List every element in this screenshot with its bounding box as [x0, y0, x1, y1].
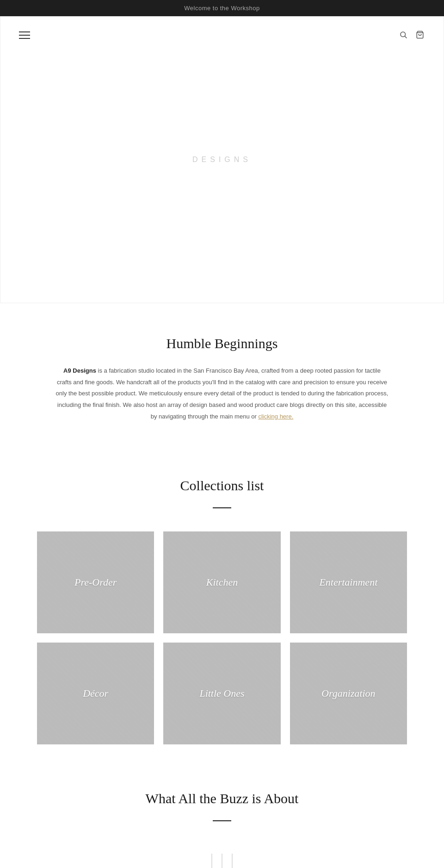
- about-link[interactable]: clicking here.: [258, 413, 293, 420]
- about-body: A9 Designs is a fabrication studio locat…: [56, 365, 388, 422]
- announcement-text: Welcome to the Workshop: [184, 5, 259, 12]
- about-body-text: is a fabrication studio located in the S…: [56, 367, 388, 420]
- announcement-bar: Welcome to the Workshop: [0, 0, 444, 16]
- collection-item-entertainment[interactable]: Entertainment: [290, 531, 407, 633]
- brand-logo: DESIGNS: [192, 156, 252, 164]
- svg-point-0: [401, 32, 406, 37]
- collection-label-kitchen: Kitchen: [206, 576, 238, 588]
- cart-button[interactable]: [416, 31, 425, 40]
- hamburger-line-1: [19, 31, 30, 32]
- collections-divider: [213, 507, 231, 508]
- hamburger-line-3: [19, 38, 30, 39]
- hero-section: DESIGNS: [0, 16, 444, 303]
- buzz-item-2[interactable]: [222, 854, 222, 868]
- nav-icon-group: [399, 31, 425, 40]
- main-nav: [0, 31, 444, 40]
- collection-label-decor: Décor: [83, 687, 108, 699]
- search-button[interactable]: [399, 31, 408, 40]
- collection-label-organization: Organization: [321, 687, 376, 699]
- buzz-item-1[interactable]: [211, 854, 212, 868]
- hamburger-menu[interactable]: [19, 31, 30, 39]
- collection-item-decor[interactable]: Décor: [37, 643, 154, 744]
- hamburger-line-2: [19, 35, 30, 36]
- collections-title: Collections list: [37, 478, 407, 493]
- collection-label-little-ones: Little Ones: [199, 687, 244, 699]
- buzz-title: What All the Buzz is About: [37, 791, 407, 806]
- buzz-section: What All the Buzz is About: [0, 763, 444, 868]
- collection-item-kitchen[interactable]: Kitchen: [163, 531, 280, 633]
- search-icon: [399, 31, 407, 39]
- buzz-item-3[interactable]: [232, 854, 233, 868]
- about-title: Humble Beginnings: [56, 336, 388, 351]
- collection-label-preorder: Pre-Order: [74, 576, 117, 588]
- collection-item-little-ones[interactable]: Little Ones: [163, 643, 280, 744]
- svg-line-1: [405, 36, 407, 38]
- buzz-divider: [213, 820, 231, 821]
- about-section: Humble Beginnings A9 Designs is a fabric…: [0, 303, 444, 450]
- buzz-row: [211, 854, 233, 868]
- collection-item-preorder[interactable]: Pre-Order: [37, 531, 154, 633]
- collection-label-entertainment: Entertainment: [319, 576, 377, 588]
- brand-name: A9 Designs: [63, 367, 96, 374]
- collections-grid: Pre-Order Kitchen Entertainment Décor Li…: [37, 531, 407, 744]
- collection-item-organization[interactable]: Organization: [290, 643, 407, 744]
- collections-section: Collections list Pre-Order Kitchen Enter…: [0, 450, 444, 763]
- cart-icon: [416, 31, 424, 39]
- buzz-content-area: [37, 844, 407, 868]
